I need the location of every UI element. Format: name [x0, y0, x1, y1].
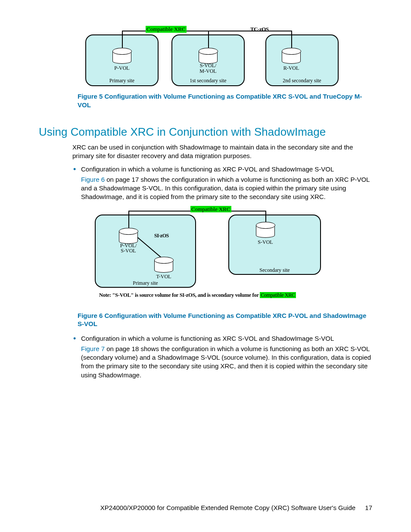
fig6-primary-label: Primary site — [95, 280, 196, 286]
note-xrc-tag: Compatible XRC — [260, 292, 296, 298]
sub2-rest: on page 18 shows the configuration in wh… — [81, 345, 371, 379]
pvol-label: P-VOL — [108, 65, 136, 71]
svol-mvol-label: S-VOL/ M-VOL — [194, 63, 222, 74]
svol-mvol-cylinder — [199, 51, 218, 64]
figure5-diagram: Compatible XRC TC-zOS P-VOL S-VOL/ M-VOL… — [85, 26, 339, 86]
sub1-rest: on page 17 shows the configuration in wh… — [81, 176, 370, 201]
rvol-cylinder — [282, 51, 301, 64]
figure6-link[interactable]: Figure 6 — [81, 176, 105, 183]
svol-label: S-VOL — [252, 240, 279, 245]
sub-text-2: Figure 7 on page 18 shows the configurat… — [81, 345, 372, 380]
pvol-cylinder — [112, 51, 131, 64]
pvol-svol-label: P-VOL/ S-VOL — [115, 243, 142, 254]
figure6-diagram: Compatible XRC SI-zOS P-VOL/ S-VOL T-VOL… — [95, 206, 323, 303]
sub-text-1: Figure 6 on page 17 shows the configurat… — [81, 175, 372, 202]
figure6-note: Note: "S-VOL" is source volume for SI-zO… — [99, 292, 296, 299]
svol-cylinder — [256, 225, 275, 238]
figure7-link[interactable]: Figure 7 — [81, 345, 105, 352]
first-secondary-label: 1st secondary site — [171, 78, 245, 84]
figure5-caption: Figure 5 Configuration with Volume Funct… — [78, 92, 372, 109]
section-heading: Using Compatible XRC in Conjunction with… — [39, 125, 372, 139]
figure6-caption: Figure 6 Configuration with Volume Funct… — [78, 311, 372, 328]
pvol-svol-cylinder — [119, 231, 138, 244]
fig6-secondary-label: Secondary site — [228, 267, 321, 274]
si-zos-label: SI-zOS — [154, 233, 169, 239]
primary-site-label: Primary site — [85, 78, 159, 84]
bullet-2: Configuration in which a volume is funct… — [81, 334, 372, 343]
rvol-label: R-VOL — [277, 65, 305, 71]
bullet-1: Configuration in which a volume is funct… — [81, 165, 372, 174]
page-number: 17 — [365, 504, 372, 511]
fig6-xrc-tag: Compatible XRC — [190, 206, 231, 213]
compatible-xrc-tag: Compatible XRC — [146, 26, 187, 33]
tc-zos-tag: TC-zOS — [250, 26, 269, 33]
intro-text: XRC can be used in conjunction with Shad… — [72, 143, 372, 161]
tvol-cylinder — [154, 260, 173, 273]
page-footer: XP24000/XP20000 for Compatible Extended … — [100, 504, 372, 511]
footer-text: XP24000/XP20000 for Compatible Extended … — [100, 504, 355, 511]
tvol-label: T-VOL — [150, 274, 177, 280]
second-secondary-label: 2nd secondary site — [265, 78, 339, 84]
note-part1: Note: "S-VOL" is source volume for SI-zO… — [99, 292, 260, 298]
